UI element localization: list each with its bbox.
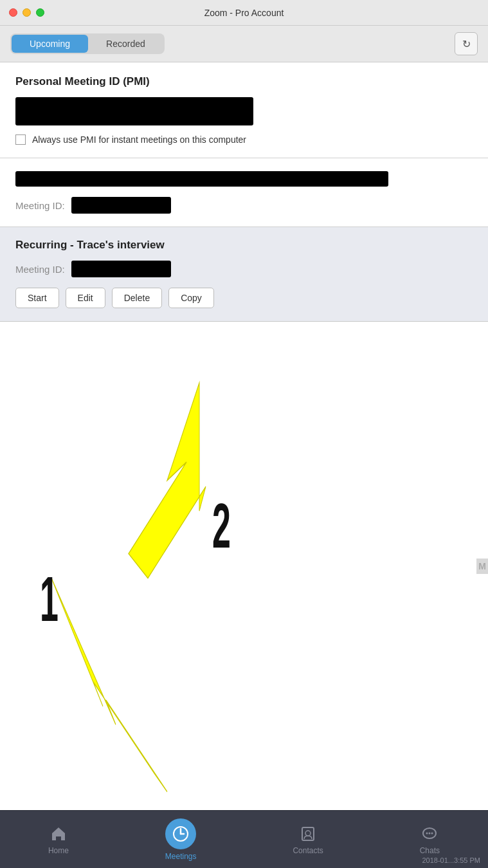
svg-point-8 [305, 831, 311, 836]
start-button[interactable]: Start [15, 288, 59, 308]
delete-button[interactable]: Delete [112, 288, 162, 308]
maximize-button[interactable] [36, 8, 44, 17]
nav-home-label: Home [48, 846, 69, 855]
action-buttons: Start Edit Delete Copy [15, 288, 473, 308]
meeting-id-value-redacted [71, 197, 171, 214]
recurring-id-value-redacted [71, 261, 171, 277]
annotation-svg: 2 1 [0, 322, 488, 810]
annotation-area: 2 1 M [0, 322, 488, 810]
nav-chats[interactable]: Chats [410, 819, 450, 860]
nav-contacts[interactable]: Contacts [282, 819, 333, 860]
content-area: Personal Meeting ID (PMI) Always use PMI… [0, 62, 488, 810]
app-window: Zoom - Pro Account Upcoming Recorded ↻ P… [0, 0, 488, 868]
pmi-checkbox-label: Always use PMI for instant meetings on t… [32, 134, 246, 145]
nav-meetings-label: Meetings [165, 852, 197, 861]
edit-button[interactable]: Edit [66, 288, 105, 308]
titlebar: Zoom - Pro Account [0, 0, 488, 26]
recurring-section: Recurring - Trace's interview Meeting ID… [0, 227, 488, 322]
minimize-button[interactable] [23, 8, 31, 17]
sidebar-m-letter: M [476, 559, 488, 574]
tab-upcoming[interactable]: Upcoming [12, 35, 88, 53]
svg-point-12 [431, 832, 433, 834]
meeting-name-redacted [15, 171, 388, 187]
pmi-checkbox-row: Always use PMI for instant meetings on t… [15, 134, 473, 145]
svg-text:2: 2 [212, 490, 231, 561]
chats-icon [420, 824, 439, 844]
meeting-id-row: Meeting ID: [15, 197, 473, 214]
bottom-nav: Home Meetings Contacts [0, 810, 488, 868]
timestamp: 2018-01...3:55 PM [422, 856, 480, 864]
meeting-id-label: Meeting ID: [15, 200, 65, 211]
recurring-id-label: Meeting ID: [15, 264, 65, 275]
recurring-id-row: Meeting ID: [15, 261, 473, 277]
traffic-lights [9, 8, 44, 17]
home-icon [49, 824, 68, 844]
contacts-icon [298, 824, 318, 844]
svg-marker-0 [129, 383, 206, 578]
pmi-value-redacted [15, 97, 253, 125]
svg-text:1: 1 [40, 564, 59, 634]
nav-meetings[interactable]: Meetings [155, 813, 207, 866]
nav-contacts-label: Contacts [293, 846, 323, 855]
pmi-checkbox[interactable] [15, 134, 26, 145]
tab-recorded[interactable]: Recorded [88, 35, 163, 53]
nav-chats-label: Chats [420, 846, 440, 855]
window-title: Zoom - Pro Account [204, 8, 284, 18]
refresh-button[interactable]: ↻ [455, 32, 478, 55]
meetings-icon-circle [165, 818, 196, 849]
close-button[interactable] [9, 8, 17, 17]
svg-marker-2 [51, 578, 167, 791]
tabbar: Upcoming Recorded ↻ [0, 26, 488, 62]
recurring-title: Recurring - Trace's interview [15, 239, 473, 252]
nav-home[interactable]: Home [38, 819, 79, 860]
copy-button[interactable]: Copy [168, 288, 214, 308]
svg-point-10 [426, 832, 428, 834]
meeting-card: Meeting ID: [0, 158, 488, 227]
pmi-title: Personal Meeting ID (PMI) [15, 75, 473, 88]
pmi-section: Personal Meeting ID (PMI) Always use PMI… [0, 62, 488, 158]
svg-point-11 [429, 832, 431, 834]
tab-group: Upcoming Recorded [10, 33, 165, 54]
